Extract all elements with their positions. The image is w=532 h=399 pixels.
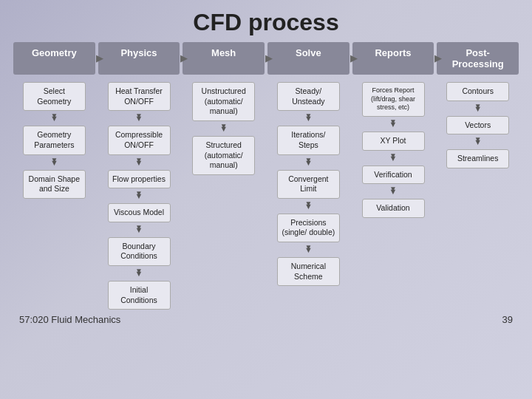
col-solve: Steady/ Unsteady ▼ Iterations/ Steps ▼ C… (267, 82, 349, 286)
box-unstructured: Unstructured (automatic/ manual) (192, 82, 255, 121)
footer-right: 39 (502, 314, 513, 325)
col-mesh: Unstructured (automatic/ manual) ▼ Struc… (183, 82, 265, 175)
header-physics: Physics (98, 42, 180, 75)
footer-row: 57:020 Fluid Mechanics 39 (13, 310, 519, 325)
box-contours: Contours (446, 82, 509, 101)
main-container: Geometry Physics Mesh Solve Reports Post… (0, 42, 532, 325)
header-postprocessing: Post- Processing (437, 42, 519, 75)
columns-row: Select Geometry ▼ Geometry Parameters ▼ … (13, 82, 519, 310)
box-validation: Validation (362, 199, 425, 218)
box-select-geometry: Select Geometry (23, 82, 86, 111)
header-row: Geometry Physics Mesh Solve Reports Post… (13, 42, 519, 75)
box-streamlines: Streamlines (446, 149, 509, 168)
box-structured: Structured (automatic/ manual) (192, 136, 255, 175)
col-physics: Heat Transfer ON/OFF ▼ Compressible ON/O… (98, 82, 180, 310)
box-heat-transfer: Heat Transfer ON/OFF (108, 82, 171, 111)
col-geometry: Select Geometry ▼ Geometry Parameters ▼ … (13, 82, 95, 199)
box-forces-report: Forces Report (lift/drag, shear stress, … (362, 82, 425, 117)
header-solve: Solve (267, 42, 349, 75)
box-verification: Verification (362, 166, 425, 185)
box-geometry-params: Geometry Parameters (23, 126, 86, 154)
box-numerical-scheme: Numerical Scheme (277, 257, 340, 286)
header-mesh: Mesh (183, 42, 265, 75)
box-steady-unsteady: Steady/ Unsteady (277, 82, 340, 111)
box-initial-conditions: Initial Conditions (108, 281, 171, 310)
box-compressible: Compressible ON/OFF (108, 126, 171, 154)
footer-left: 57:020 Fluid Mechanics (19, 314, 120, 325)
box-xy-plot: XY Plot (362, 132, 425, 151)
box-domain-shape: Domain Shape and Size (23, 170, 86, 199)
box-flow-properties: Flow properties (108, 170, 171, 189)
col-reports: Forces Report (lift/drag, shear stress, … (352, 82, 434, 218)
box-precisions: Precisions (single/ double) (277, 214, 340, 242)
col-postprocessing: Contours ▼ Vectors ▼ Streamlines (437, 82, 519, 168)
box-vectors: Vectors (446, 116, 509, 135)
box-convergent-limit: Convergent Limit (277, 170, 340, 199)
box-viscous-model: Viscous Model (108, 203, 171, 222)
box-boundary-conditions: Boundary Conditions (108, 237, 171, 266)
header-reports: Reports (352, 42, 434, 75)
page-title: CFD process (0, 0, 532, 42)
header-geometry: Geometry (13, 42, 95, 75)
box-iterations-steps: Iterations/ Steps (277, 126, 340, 154)
